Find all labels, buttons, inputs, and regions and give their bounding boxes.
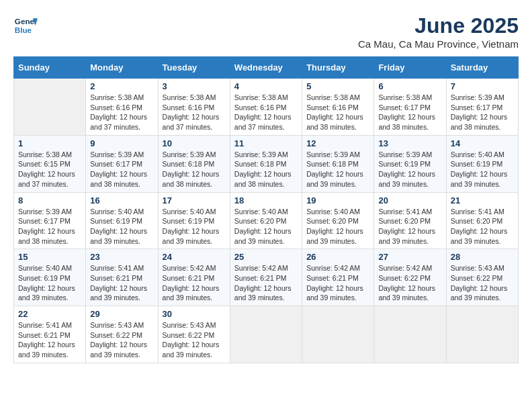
day-info: Sunrise: 5:39 AMSunset: 6:17 PMDaylight:… (90, 150, 153, 189)
calendar-day-cell: 17 Sunrise: 5:40 AMSunset: 6:19 PMDaylig… (158, 192, 230, 249)
calendar-day-cell: 30 Sunrise: 5:43 AMSunset: 6:22 PMDaylig… (158, 306, 230, 363)
calendar-day-cell: 24 Sunrise: 5:42 AMSunset: 6:21 PMDaylig… (158, 249, 230, 306)
day-info: Sunrise: 5:42 AMSunset: 6:22 PMDaylight:… (378, 263, 441, 303)
day-info: Sunrise: 5:38 AMSunset: 6:16 PMDaylight:… (234, 93, 298, 132)
calendar-day-cell: 6 Sunrise: 5:38 AMSunset: 6:17 PMDayligh… (374, 79, 446, 136)
day-number: 3 (163, 81, 226, 91)
day-info: Sunrise: 5:39 AMSunset: 6:17 PMDaylight:… (451, 93, 514, 132)
day-info: Sunrise: 5:39 AMSunset: 6:19 PMDaylight:… (378, 150, 441, 189)
day-number: 6 (378, 81, 441, 91)
day-number: 1 (18, 138, 81, 148)
calendar-day-cell: 3 Sunrise: 5:38 AMSunset: 6:16 PMDayligh… (158, 79, 230, 136)
day-number: 27 (378, 252, 441, 262)
calendar-day-cell: 13 Sunrise: 5:39 AMSunset: 6:19 PMDaylig… (374, 135, 446, 192)
header-sunday: Sunday (14, 57, 86, 79)
day-info: Sunrise: 5:41 AMSunset: 6:20 PMDaylight:… (451, 207, 514, 246)
calendar-day-cell: 25 Sunrise: 5:42 AMSunset: 6:21 PMDaylig… (230, 249, 302, 306)
calendar-day-cell: 22 Sunrise: 5:41 AMSunset: 6:21 PMDaylig… (14, 306, 86, 363)
calendar-week-row: 8 Sunrise: 5:39 AMSunset: 6:17 PMDayligh… (14, 192, 519, 249)
header-monday: Monday (86, 57, 158, 79)
calendar-day-cell: 5 Sunrise: 5:38 AMSunset: 6:16 PMDayligh… (302, 79, 374, 136)
header-tuesday: Tuesday (158, 57, 230, 79)
day-info: Sunrise: 5:39 AMSunset: 6:17 PMDaylight:… (18, 207, 81, 246)
calendar-table: Sunday Monday Tuesday Wednesday Thursday… (13, 56, 519, 363)
day-info: Sunrise: 5:43 AMSunset: 6:22 PMDaylight:… (90, 320, 153, 360)
header-wednesday: Wednesday (230, 57, 302, 79)
calendar-day-cell: 12 Sunrise: 5:39 AMSunset: 6:18 PMDaylig… (302, 135, 374, 192)
day-number: 11 (234, 138, 298, 148)
calendar-day-cell: 1 Sunrise: 5:38 AMSunset: 6:15 PMDayligh… (14, 135, 86, 192)
calendar-day-cell: 16 Sunrise: 5:40 AMSunset: 6:19 PMDaylig… (86, 192, 158, 249)
day-number: 22 (18, 309, 81, 319)
day-info: Sunrise: 5:40 AMSunset: 6:19 PMDaylight:… (90, 207, 153, 246)
day-info: Sunrise: 5:40 AMSunset: 6:19 PMDaylight:… (451, 150, 514, 189)
day-info: Sunrise: 5:41 AMSunset: 6:21 PMDaylight:… (18, 320, 81, 360)
day-number: 26 (306, 252, 369, 262)
calendar-day-cell: 7 Sunrise: 5:39 AMSunset: 6:17 PMDayligh… (446, 79, 518, 136)
day-number: 19 (306, 195, 369, 205)
calendar-day-cell (302, 306, 374, 363)
header-saturday: Saturday (446, 57, 518, 79)
day-info: Sunrise: 5:40 AMSunset: 6:20 PMDaylight:… (306, 207, 369, 246)
calendar-day-cell: 4 Sunrise: 5:38 AMSunset: 6:16 PMDayligh… (230, 79, 302, 136)
day-number: 20 (378, 195, 441, 205)
day-info: Sunrise: 5:43 AMSunset: 6:22 PMDaylight:… (451, 263, 514, 303)
day-number: 4 (234, 81, 298, 91)
calendar-day-cell: 27 Sunrise: 5:42 AMSunset: 6:22 PMDaylig… (374, 249, 446, 306)
calendar-day-cell: 9 Sunrise: 5:39 AMSunset: 6:17 PMDayligh… (86, 135, 158, 192)
subtitle: Ca Mau, Ca Mau Province, Vietnam (358, 38, 519, 50)
day-info: Sunrise: 5:39 AMSunset: 6:18 PMDaylight:… (163, 150, 226, 189)
calendar-week-row: 15 Sunrise: 5:40 AMSunset: 6:19 PMDaylig… (14, 249, 519, 306)
day-number: 2 (90, 81, 153, 91)
day-number: 15 (18, 252, 81, 262)
calendar-day-cell: 20 Sunrise: 5:41 AMSunset: 6:20 PMDaylig… (374, 192, 446, 249)
weekday-header-row: Sunday Monday Tuesday Wednesday Thursday… (14, 57, 519, 79)
header-thursday: Thursday (302, 57, 374, 79)
day-number: 18 (234, 195, 298, 205)
day-number: 7 (451, 81, 514, 91)
day-info: Sunrise: 5:42 AMSunset: 6:21 PMDaylight:… (234, 263, 298, 303)
calendar-day-cell: 18 Sunrise: 5:40 AMSunset: 6:20 PMDaylig… (230, 192, 302, 249)
header: General Blue June 2025 Ca Mau, Ca Mau Pr… (13, 13, 519, 50)
day-number: 12 (306, 138, 369, 148)
calendar-day-cell: 29 Sunrise: 5:43 AMSunset: 6:22 PMDaylig… (86, 306, 158, 363)
day-number: 16 (90, 195, 153, 205)
day-info: Sunrise: 5:43 AMSunset: 6:22 PMDaylight:… (163, 320, 226, 360)
day-info: Sunrise: 5:39 AMSunset: 6:18 PMDaylight:… (306, 150, 369, 189)
calendar-day-cell: 11 Sunrise: 5:39 AMSunset: 6:18 PMDaylig… (230, 135, 302, 192)
day-number: 29 (90, 309, 153, 319)
day-number: 9 (90, 138, 153, 148)
calendar-day-cell (446, 306, 518, 363)
day-number: 28 (451, 252, 514, 262)
calendar-day-cell: 23 Sunrise: 5:41 AMSunset: 6:21 PMDaylig… (86, 249, 158, 306)
calendar-week-row: 22 Sunrise: 5:41 AMSunset: 6:21 PMDaylig… (14, 306, 519, 363)
calendar-day-cell: 26 Sunrise: 5:42 AMSunset: 6:21 PMDaylig… (302, 249, 374, 306)
day-number: 17 (163, 195, 226, 205)
day-info: Sunrise: 5:39 AMSunset: 6:18 PMDaylight:… (234, 150, 298, 189)
day-number: 13 (378, 138, 441, 148)
logo: General Blue (13, 13, 38, 38)
day-number: 30 (163, 309, 226, 319)
day-number: 21 (451, 195, 514, 205)
day-info: Sunrise: 5:42 AMSunset: 6:21 PMDaylight:… (306, 263, 369, 303)
svg-text:Blue: Blue (15, 26, 32, 34)
calendar-day-cell: 10 Sunrise: 5:39 AMSunset: 6:18 PMDaylig… (158, 135, 230, 192)
day-number: 24 (163, 252, 226, 262)
day-info: Sunrise: 5:38 AMSunset: 6:15 PMDaylight:… (18, 150, 81, 189)
day-info: Sunrise: 5:38 AMSunset: 6:17 PMDaylight:… (378, 93, 441, 132)
day-info: Sunrise: 5:40 AMSunset: 6:20 PMDaylight:… (234, 207, 298, 246)
day-info: Sunrise: 5:42 AMSunset: 6:21 PMDaylight:… (163, 263, 226, 303)
calendar-day-cell: 21 Sunrise: 5:41 AMSunset: 6:20 PMDaylig… (446, 192, 518, 249)
day-number: 14 (451, 138, 514, 148)
calendar-day-cell (14, 79, 86, 136)
day-info: Sunrise: 5:40 AMSunset: 6:19 PMDaylight:… (18, 263, 81, 303)
calendar-day-cell: 28 Sunrise: 5:43 AMSunset: 6:22 PMDaylig… (446, 249, 518, 306)
main-title: June 2025 (358, 13, 519, 38)
calendar-week-row: 2 Sunrise: 5:38 AMSunset: 6:16 PMDayligh… (14, 79, 519, 136)
logo-icon: General Blue (13, 13, 38, 38)
day-info: Sunrise: 5:38 AMSunset: 6:16 PMDaylight:… (90, 93, 153, 132)
calendar-day-cell: 14 Sunrise: 5:40 AMSunset: 6:19 PMDaylig… (446, 135, 518, 192)
day-number: 5 (306, 81, 369, 91)
day-number: 8 (18, 195, 81, 205)
calendar-week-row: 1 Sunrise: 5:38 AMSunset: 6:15 PMDayligh… (14, 135, 519, 192)
